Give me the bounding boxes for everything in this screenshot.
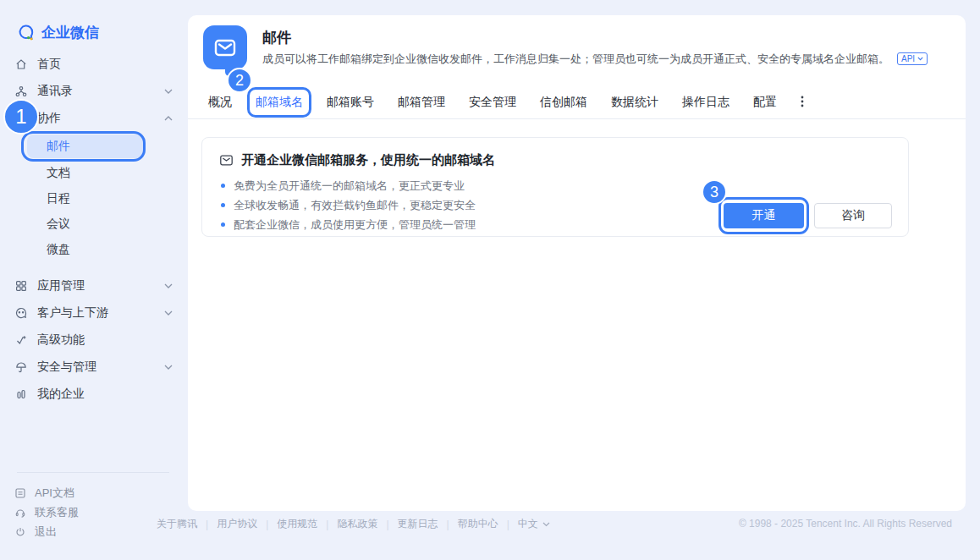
sidebar-item-label: 安全与管理: [37, 360, 96, 375]
tab-xinchuang-mail[interactable]: 信创邮箱: [540, 93, 587, 110]
home-icon: [14, 58, 28, 71]
tab-mail-management[interactable]: 邮箱管理: [398, 93, 445, 110]
footer-link-usage-rules[interactable]: 使用规范: [277, 517, 317, 531]
bullet-dot-icon: [221, 184, 225, 188]
footer-separator: |: [206, 519, 208, 530]
grid-icon: [14, 279, 28, 293]
tabs-overflow-icon[interactable]: [801, 96, 804, 107]
promo-card-header: 开通企业微信邮箱服务，使用统一的邮箱域名: [219, 152, 495, 168]
promo-bullet-list: 免费为全员开通统一的邮箱域名，更正式更专业 全球收发畅通，有效拦截钓鱼邮件，更稳…: [221, 176, 476, 234]
page-footer: 关于腾讯 | 用户协议 | 使用规范 | 隐私政策 | 更新日志 | 帮助中心 …: [157, 517, 550, 531]
contacts-icon: [14, 85, 28, 98]
tab-bar: 概况 邮箱域名 邮箱账号 邮箱管理 安全管理 信创邮箱 数据统计 操作日志 配置: [208, 93, 804, 110]
annotation-step-3: 3: [702, 179, 727, 205]
bullet-dot-icon: [221, 203, 225, 207]
footer-link-about[interactable]: 关于腾讯: [157, 517, 197, 531]
sidebar-item-label: 微盘: [47, 242, 70, 257]
sidebar-item-apps[interactable]: 应用管理: [0, 272, 188, 299]
sidebar-nav: 首页 通讯录 协作 邮件 文档 日程: [0, 51, 188, 408]
promo-card-actions: 开通 3 咨询: [724, 203, 892, 228]
mail-service-promo-card: 开通企业微信邮箱服务，使用统一的邮箱域名 免费为全员开通统一的邮箱域名，更正式更…: [201, 137, 909, 237]
sidebar-item-contacts[interactable]: 通讯录: [0, 78, 188, 105]
sidebar-item-security[interactable]: 安全与管理: [0, 354, 188, 381]
copyright-text: © 1998 - 2025 Tencent Inc. All Rights Re…: [739, 518, 952, 530]
company-icon: [14, 387, 28, 401]
page-description-text: 成员可以将工作邮箱绑定到企业微信收发邮件，工作消息归集一处；管理员也可统一为成员…: [262, 52, 889, 65]
sidebar-item-company[interactable]: 我的企业: [0, 381, 188, 408]
footer-separator: |: [326, 519, 328, 530]
sidebar-item-home[interactable]: 首页: [0, 51, 188, 78]
sidebar-subitem-docs[interactable]: 文档: [0, 161, 188, 186]
sidebar-item-label: API文档: [35, 486, 74, 501]
page-description: 成员可以将工作邮箱绑定到企业微信收发邮件，工作消息归集一处；管理员也可统一为成员…: [262, 52, 928, 67]
brand-logo[interactable]: 企业微信: [17, 23, 99, 42]
footer-separator: |: [386, 519, 388, 530]
footer-link-user-agreement[interactable]: 用户协议: [217, 517, 257, 531]
sidebar-subitem-mail-wrap: 邮件: [0, 133, 188, 160]
envelope-icon: [219, 153, 234, 167]
annotation-step-number: 3: [710, 184, 718, 201]
sidebar-item-collaboration[interactable]: 协作: [0, 105, 188, 132]
promo-card-title: 开通企业微信邮箱服务，使用统一的邮箱域名: [241, 152, 495, 168]
sidebar-subitem-mail[interactable]: 邮件: [27, 135, 146, 158]
sidebar-item-api-docs[interactable]: API文档: [0, 483, 188, 502]
footer-separator: |: [447, 519, 449, 530]
chevron-down-icon: [164, 89, 173, 94]
sidebar-item-label: 客户与上下游: [37, 305, 108, 321]
activate-button[interactable]: 开通: [724, 203, 804, 228]
tabs-divider: [188, 118, 966, 119]
footer-link-help-center[interactable]: 帮助中心: [458, 517, 498, 531]
consult-button[interactable]: 咨询: [814, 203, 892, 228]
sidebar-item-label: 文档: [47, 166, 70, 181]
activate-button-wrap: 开通 3: [724, 203, 804, 228]
list-item: 全球收发畅通，有效拦截钓鱼邮件，更稳定更安全: [221, 195, 476, 215]
tab-data-statistics[interactable]: 数据统计: [611, 93, 658, 110]
headset-icon: [14, 507, 26, 519]
footer-separator: |: [507, 519, 509, 530]
footer-link-privacy[interactable]: 隐私政策: [337, 517, 377, 531]
brand-name: 企业微信: [41, 23, 99, 42]
sidebar-item-label: 高级功能: [37, 332, 85, 348]
sidebar-item-label: 通讯录: [37, 84, 73, 99]
sidebar-item-label: 首页: [37, 57, 61, 72]
chevron-down-icon: [164, 365, 173, 370]
sidebar-item-advanced[interactable]: 高级功能: [0, 327, 188, 354]
chat-bubble-icon: [14, 306, 28, 320]
sidebar: 企业微信 首页 通讯录 协作 邮件: [0, 0, 188, 560]
sidebar-item-label: 日程: [47, 191, 70, 206]
sidebar-item-label: 邮件: [47, 139, 70, 154]
list-item: 配套企业微信，成员使用更方便，管理员统一管理: [221, 215, 476, 234]
tab-overview[interactable]: 概况: [208, 93, 232, 110]
power-icon: [14, 526, 26, 538]
sidebar-subitem-meeting[interactable]: 会议: [0, 211, 188, 237]
collaboration-icon: [14, 112, 28, 125]
sidebar-item-label: 退出: [35, 524, 57, 540]
umbrella-icon: [14, 360, 28, 374]
bullet-text: 配套企业微信，成员使用更方便，管理员统一管理: [234, 217, 476, 233]
document-icon: [14, 487, 26, 499]
footer-link-changelog[interactable]: 更新日志: [398, 517, 438, 531]
chevron-down-icon: [542, 522, 550, 527]
tab-mail-accounts[interactable]: 邮箱账号: [327, 93, 374, 110]
chevron-down-icon: [164, 310, 173, 316]
wecom-bubble-icon: [17, 24, 36, 42]
tab-operation-log[interactable]: 操作日志: [682, 93, 729, 110]
sidebar-subitem-drive[interactable]: 微盘: [0, 237, 188, 262]
api-badge-label: API: [901, 54, 915, 63]
tab-mail-domain[interactable]: 邮箱域名: [256, 95, 303, 108]
language-label: 中文: [518, 517, 538, 531]
chevron-up-icon: [164, 116, 173, 121]
sidebar-item-customers[interactable]: 客户与上下游: [0, 299, 188, 327]
chevron-down-icon: [917, 57, 923, 61]
tab-security-management[interactable]: 安全管理: [469, 93, 516, 110]
sidebar-subitem-schedule[interactable]: 日程: [0, 186, 188, 211]
language-selector[interactable]: 中文: [518, 517, 550, 531]
api-badge[interactable]: API: [897, 52, 928, 65]
sidebar-item-label: 我的企业: [37, 387, 85, 402]
sidebar-divider: [17, 472, 169, 473]
page-title: 邮件: [262, 28, 291, 47]
tab-mail-domain-wrap: 邮箱域名: [256, 93, 303, 110]
bullet-text: 免费为全员开通统一的邮箱域名，更正式更专业: [234, 178, 465, 194]
tab-settings[interactable]: 配置: [753, 93, 777, 110]
list-item: 免费为全员开通统一的邮箱域名，更正式更专业: [221, 176, 476, 195]
